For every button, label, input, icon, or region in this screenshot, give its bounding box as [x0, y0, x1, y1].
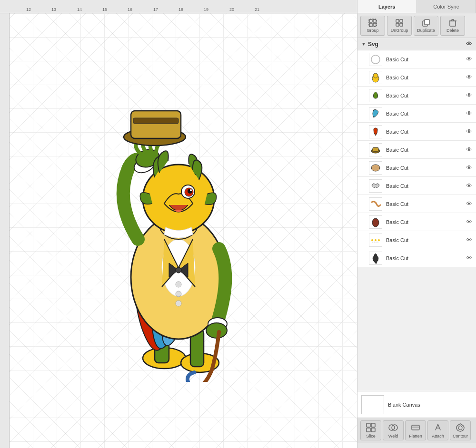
layer-item[interactable]: Basic Cut 👁 [357, 105, 476, 123]
layer-eye-3[interactable]: 👁 [466, 92, 472, 99]
svg-rect-38 [450, 21, 456, 26]
layer-item[interactable]: Basic Cut 👁 [357, 87, 476, 105]
panel-tabs: Layers Color Sync [357, 0, 476, 13]
svg-rect-29 [369, 23, 372, 26]
layer-thumbnail-8 [369, 179, 382, 193]
layer-item[interactable]: Basic Cut 👁 [357, 195, 476, 213]
svg-rect-30 [373, 23, 376, 26]
blank-canvas-row[interactable]: Blank Canvas [357, 391, 476, 418]
svg-point-50 [371, 239, 373, 241]
layer-label-8: Basic Cut [386, 183, 464, 189]
svg-point-12 [176, 301, 181, 306]
right-panel: Layers Color Sync Group [357, 0, 476, 448]
ruler-mark-19: 19 [204, 7, 208, 12]
tab-colorsync[interactable]: Color Sync [417, 0, 476, 13]
svg-rect-47 [373, 147, 378, 151]
duplicate-label: Duplicate [417, 28, 435, 33]
ruler-mark-17: 17 [153, 7, 158, 12]
ruler-top: 12 13 14 15 16 17 18 19 20 21 [0, 0, 357, 13]
layer-item[interactable]: Basic Cut 👁 [357, 141, 476, 159]
svg-rect-16 [131, 111, 181, 138]
bottom-panel: Blank Canvas Slice [357, 391, 476, 448]
layer-item[interactable]: Basic Cut 👁 [357, 231, 476, 249]
weld-button[interactable]: Weld [383, 420, 404, 440]
slice-label: Slice [366, 434, 376, 438]
layer-item[interactable]: Basic Cut 👁 [357, 50, 476, 68]
attach-button[interactable]: Attach [427, 420, 448, 440]
svg-point-51 [375, 239, 377, 241]
layer-thumbnail-2 [369, 71, 382, 84]
ungroup-button[interactable]: UnGroup [387, 16, 412, 36]
layer-label-2: Basic Cut [386, 75, 464, 80]
svg-point-49 [372, 218, 379, 227]
svg-point-25 [188, 189, 192, 194]
layer-eye-6[interactable]: 👁 [466, 146, 472, 153]
layer-item[interactable]: Basic Cut 👁 [357, 123, 476, 141]
duplicate-button[interactable]: Duplicate [414, 16, 438, 36]
svg-point-11 [176, 291, 181, 297]
layer-label-9: Basic Cut [386, 201, 464, 207]
layer-thumbnail-4 [369, 107, 382, 120]
ruler-mark-18: 18 [178, 7, 183, 12]
layer-thumbnail-11 [369, 234, 382, 247]
svg-point-26 [190, 189, 192, 191]
character-svg [76, 58, 276, 382]
svg-group-label: Svg [368, 41, 378, 48]
character-container [57, 42, 295, 399]
group-button[interactable]: Group [360, 16, 385, 36]
layer-eye-12[interactable]: 👁 [466, 254, 472, 262]
expand-triangle: ▼ [361, 41, 366, 47]
svg-rect-60 [412, 425, 419, 430]
layer-eye-10[interactable]: 👁 [466, 218, 472, 225]
svg-eye-icon[interactable]: 👁 [466, 40, 472, 48]
layer-item[interactable]: Basic Cut 👁 [357, 213, 476, 231]
svg-point-43 [371, 55, 380, 64]
layer-label-3: Basic Cut [386, 93, 464, 98]
tab-layers[interactable]: Layers [357, 0, 417, 13]
svg-rect-17 [133, 118, 178, 124]
layer-thumbnail-12 [369, 252, 382, 265]
layer-label-5: Basic Cut [386, 129, 464, 135]
layer-thumbnail-7 [369, 161, 382, 175]
ungroup-label: UnGroup [391, 28, 408, 33]
contour-label: Contour [453, 434, 468, 438]
layer-eye-7[interactable]: 👁 [466, 164, 472, 171]
layer-item[interactable]: Basic Cut 👁 [357, 68, 476, 87]
layer-eye-5[interactable]: 👁 [466, 128, 472, 135]
svg-group-header[interactable]: ▼ Svg 👁 [357, 38, 476, 50]
svg-rect-56 [367, 428, 370, 432]
ruler-mark-20: 20 [229, 7, 234, 12]
flatten-button[interactable]: Flatten [405, 420, 426, 440]
layer-eye-11[interactable]: 👁 [466, 236, 472, 243]
layer-eye-4[interactable]: 👁 [466, 110, 472, 117]
ruler-mark-21: 21 [255, 7, 259, 12]
layer-item[interactable]: Basic Cut 👁 [357, 177, 476, 195]
layers-container[interactable]: ▼ Svg 👁 Basic Cut 👁 Basic Cut 👁 [357, 38, 476, 391]
layer-eye-8[interactable]: 👁 [466, 182, 472, 189]
ruler-left [0, 13, 10, 448]
ruler-mark-13: 13 [51, 7, 56, 12]
contour-button[interactable]: Contour [450, 420, 471, 440]
ruler-mark-12: 12 [26, 7, 31, 12]
slice-button[interactable]: Slice [360, 420, 381, 440]
svg-point-10 [176, 282, 181, 287]
layer-label-10: Basic Cut [386, 219, 464, 225]
layer-thumbnail-9 [369, 197, 382, 211]
layer-item[interactable]: Basic Cut 👁 [357, 159, 476, 177]
svg-point-45 [373, 73, 378, 78]
bottom-toolbar: Slice Weld Flatten [357, 418, 476, 443]
layer-item[interactable]: Basic Cut 👁 [357, 249, 476, 267]
panel-toolbar: Group UnGroup Duplicate [357, 13, 476, 38]
layer-label-11: Basic Cut [386, 237, 464, 243]
drawing-canvas[interactable] [10, 13, 357, 448]
svg-point-19 [206, 323, 227, 338]
layer-eye-9[interactable]: 👁 [466, 200, 472, 207]
delete-button[interactable]: Delete [440, 16, 465, 36]
svg-rect-27 [369, 19, 372, 22]
svg-point-48 [371, 165, 380, 171]
svg-rect-31 [369, 19, 377, 27]
layer-eye-1[interactable]: 👁 [466, 56, 472, 63]
layer-label-1: Basic Cut [386, 57, 464, 62]
blank-canvas-thumb [361, 395, 384, 414]
layer-eye-2[interactable]: 👁 [466, 74, 472, 81]
